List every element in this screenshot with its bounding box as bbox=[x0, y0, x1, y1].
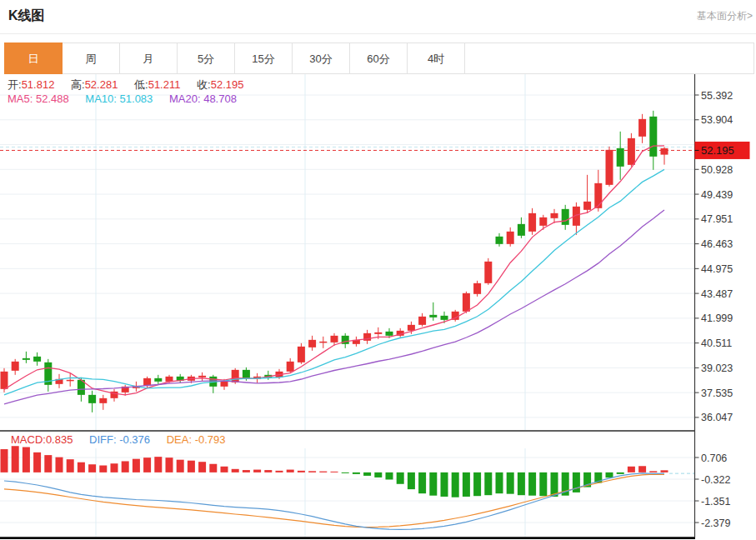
macd-bar bbox=[397, 472, 404, 484]
candle bbox=[88, 391, 96, 412]
candle bbox=[188, 375, 195, 383]
tab-15分[interactable]: 15分 bbox=[234, 42, 293, 74]
macd-bar bbox=[594, 472, 602, 483]
diff-value: DIFF: -0.376 bbox=[89, 433, 150, 446]
macd-bar bbox=[166, 458, 173, 472]
current-price-label: 52.195 bbox=[695, 142, 750, 159]
gridlines bbox=[0, 74, 694, 537]
candle bbox=[44, 359, 52, 392]
macd-bar bbox=[342, 472, 349, 473]
macd-bar bbox=[638, 466, 646, 472]
candle bbox=[253, 373, 261, 383]
candle bbox=[583, 175, 591, 213]
macd-bar bbox=[331, 472, 338, 472]
macd-bar bbox=[617, 472, 624, 474]
candle bbox=[331, 333, 338, 346]
tab-30分[interactable]: 30分 bbox=[292, 42, 350, 74]
candle bbox=[111, 389, 118, 402]
svg-text:44.975: 44.975 bbox=[701, 263, 733, 275]
dea-value: DEA: -0.793 bbox=[167, 433, 226, 446]
macd-bar bbox=[198, 462, 206, 472]
tab-月[interactable]: 月 bbox=[119, 42, 178, 74]
candle bbox=[551, 209, 558, 223]
tab-周[interactable]: 周 bbox=[62, 42, 120, 74]
macd-bar bbox=[253, 470, 261, 472]
candle bbox=[452, 310, 459, 322]
macd-bar bbox=[243, 470, 250, 472]
candle bbox=[1, 368, 8, 392]
candle bbox=[319, 337, 327, 348]
candle bbox=[429, 302, 437, 321]
macd-bar bbox=[298, 471, 305, 472]
header: K线图 基本面分析> bbox=[0, 0, 756, 34]
candle bbox=[638, 114, 646, 143]
tab-60分[interactable]: 60分 bbox=[349, 42, 408, 74]
candle bbox=[661, 147, 668, 164]
svg-text:52.195: 52.195 bbox=[701, 144, 734, 157]
macd-bar bbox=[418, 472, 426, 493]
candle bbox=[209, 375, 217, 393]
macd-bar bbox=[308, 471, 316, 472]
candle bbox=[353, 337, 360, 347]
candle bbox=[276, 369, 283, 379]
candle bbox=[408, 322, 415, 334]
macd-bar bbox=[562, 472, 569, 496]
macd-bar bbox=[649, 471, 657, 472]
svg-text:37.535: 37.535 bbox=[701, 388, 733, 399]
candle bbox=[133, 382, 140, 392]
macd-bar bbox=[143, 458, 151, 472]
candle bbox=[308, 336, 316, 351]
svg-text:50.928: 50.928 bbox=[701, 164, 733, 176]
ohlc-info-row: 开:51.812 高:52.281 低:51.211 收:52.195 bbox=[8, 78, 257, 92]
tab-4时[interactable]: 4时 bbox=[407, 42, 465, 74]
macd-bar bbox=[209, 464, 217, 472]
svg-text:-1.351: -1.351 bbox=[701, 496, 730, 508]
tab-日[interactable]: 日 bbox=[4, 42, 63, 74]
svg-text:39.023: 39.023 bbox=[701, 362, 733, 374]
svg-text:53.904: 53.904 bbox=[701, 114, 733, 126]
macd-bar bbox=[573, 472, 580, 492]
macd-bar bbox=[221, 467, 228, 472]
svg-text:41.999: 41.999 bbox=[701, 312, 733, 324]
candle bbox=[463, 292, 470, 313]
candle bbox=[56, 374, 63, 388]
candle bbox=[606, 147, 613, 187]
macd-bar bbox=[429, 472, 437, 496]
macd-bar bbox=[363, 472, 371, 476]
macd-bar bbox=[99, 466, 107, 472]
macd-bar bbox=[441, 472, 448, 497]
candle bbox=[374, 328, 382, 339]
ma20-line bbox=[4, 210, 664, 404]
macd-info-row: MACD:0.835 DIFF: -0.376 DEA: -0.793 bbox=[11, 433, 239, 446]
candles bbox=[1, 111, 668, 412]
candle bbox=[33, 352, 41, 366]
candle bbox=[617, 132, 624, 180]
macd-bar bbox=[463, 472, 470, 497]
svg-text:0.706: 0.706 bbox=[701, 452, 727, 464]
candle bbox=[287, 358, 294, 373]
candle bbox=[264, 371, 272, 380]
candle bbox=[342, 333, 349, 348]
macd-bar bbox=[518, 472, 525, 495]
ma5-line bbox=[4, 146, 664, 395]
macd-value: MACD:0.835 bbox=[11, 433, 73, 446]
macd-bar bbox=[264, 470, 272, 472]
ma10-line bbox=[4, 169, 664, 394]
candle bbox=[298, 343, 305, 364]
candle bbox=[418, 313, 426, 327]
macd-bar bbox=[628, 467, 635, 472]
macd-bar bbox=[452, 472, 459, 498]
svg-text:-2.379: -2.379 bbox=[701, 518, 730, 529]
macd-bar bbox=[496, 472, 503, 493]
macd-histogram bbox=[1, 446, 668, 497]
macd-bar bbox=[473, 472, 481, 496]
tab-5分[interactable]: 5分 bbox=[177, 42, 235, 74]
dea-line bbox=[4, 474, 664, 528]
macd-bar bbox=[353, 472, 360, 474]
candle bbox=[628, 133, 635, 167]
close-value: 收:52.195 bbox=[197, 78, 243, 91]
candle bbox=[154, 375, 162, 385]
svg-text:36.047: 36.047 bbox=[701, 412, 733, 423]
fundamental-analysis-link[interactable]: 基本面分析> bbox=[697, 9, 753, 23]
candle bbox=[122, 385, 129, 396]
